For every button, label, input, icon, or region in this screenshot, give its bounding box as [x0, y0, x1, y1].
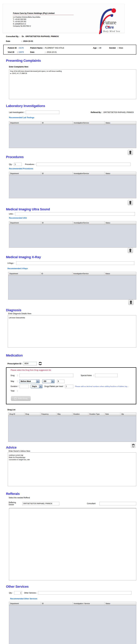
- drug-col-frequency[interactable]: Fequency: [40, 412, 56, 416]
- drug-col-way[interactable]: Way: [56, 412, 72, 416]
- lab-testings-table: Department ID Investigation/Service Stat…: [9, 121, 136, 148]
- lab-table-body[interactable]: [9, 125, 136, 148]
- consult-date-label: Date: [6, 40, 21, 42]
- duration-label: Duration :: [10, 385, 18, 388]
- procedures-heading: Procedures: [6, 155, 24, 159]
- procedures-col-status[interactable]: Status: [104, 172, 136, 175]
- consulted-by-label: Consulted By :: [6, 35, 20, 38]
- other-services-qty-input[interactable]: [14, 591, 22, 594]
- visit-date-value: : 2024-10-01: [45, 51, 57, 53]
- drug-col-note[interactable]: Note: [104, 412, 120, 416]
- recommended-uss-link[interactable]: Recommended USS: [9, 217, 27, 219]
- company-address: Le Chainter,Victoria,Mahe,Seychelles: [13, 16, 74, 18]
- frequency-select[interactable]: OD ▼: [42, 380, 55, 383]
- drug-table-body[interactable]: [8, 416, 136, 442]
- advice-textarea[interactable]: continue current mgt Refer for Phsyiothe…: [8, 452, 136, 486]
- gender-label: Gender :: [109, 47, 118, 49]
- uss-col-status[interactable]: Status: [104, 221, 136, 224]
- referred-by-label: Reffered By :: [91, 111, 102, 114]
- svg-text:Body Mind Soul: Body Mind Soul: [103, 30, 120, 32]
- procedures-delete-button[interactable]: [128, 200, 133, 205]
- special-notes-input[interactable]: [95, 374, 118, 377]
- procedures-table-body[interactable]: [9, 176, 136, 198]
- lab-investigation-input[interactable]: [26, 110, 59, 114]
- recommended-lab-testings-link[interactable]: Recommended Lab Testings: [9, 116, 34, 119]
- lab-col-investigation[interactable]: Investigation/Service: [73, 121, 104, 124]
- way-row: Way : Before Meal ▼ OD ▼: [10, 380, 64, 383]
- diagnosis-textarea[interactable]: Left knee Osteoarthritis: [8, 315, 136, 348]
- procedures-col-investigation[interactable]: Investigation/Service: [73, 172, 104, 175]
- lab-col-id[interactable]: ID: [41, 121, 73, 124]
- gender-value: Male: [119, 47, 123, 49]
- prescription-id-input[interactable]: [24, 362, 37, 365]
- drug-col-duration-type[interactable]: Duration Type: [88, 412, 104, 416]
- age-label: Age :: [93, 47, 98, 49]
- logo-graphic: Future Care Body Mind Soul: [97, 6, 120, 34]
- recommended-procedures-link[interactable]: Recommended Procedures: [9, 168, 33, 170]
- chevron-down-icon: ▼: [39, 385, 42, 388]
- other-col-id[interactable]: ID: [41, 602, 73, 605]
- other-col-status[interactable]: Status: [104, 602, 136, 605]
- xray-field-row: X-Rays :: [8, 262, 134, 265]
- drug-col-id[interactable]: Drug ID: [8, 412, 24, 416]
- uss-col-investigation[interactable]: Investigation/Service: [73, 221, 104, 224]
- lab-delete-button[interactable]: [128, 150, 133, 155]
- per-meal-input[interactable]: [65, 385, 73, 388]
- visit-date-pair: Date : 2024-10-01: [30, 51, 57, 53]
- company-info: Future Care by Future Holdings (Pty) Lim…: [13, 12, 74, 27]
- referring-doctor-input[interactable]: [22, 502, 59, 505]
- chevron-down-icon: ▼: [36, 380, 39, 383]
- consultant-input[interactable]: [100, 502, 136, 505]
- consulted-by-row: Consulted By : Dr. ORITSETSETOS RAPHAEL …: [6, 35, 59, 38]
- uss-input[interactable]: [15, 212, 135, 216]
- drug-list-label: Drug List: [8, 409, 16, 411]
- consultant-label: Consultant: [87, 502, 96, 504]
- uss-delete-button[interactable]: [128, 248, 133, 253]
- duration-type-select[interactable]: Day/s ▼: [31, 384, 42, 388]
- uss-col-id[interactable]: ID: [41, 221, 73, 224]
- ultrasound-heading: Medical Imaging Ultra Sound: [6, 208, 50, 211]
- other-services-input[interactable]: [38, 591, 132, 594]
- procedures-col-department[interactable]: Department: [9, 172, 41, 175]
- uss-col-department[interactable]: Department: [9, 221, 41, 224]
- way-qty-input[interactable]: [57, 380, 64, 383]
- lab-col-status[interactable]: Status: [104, 121, 136, 124]
- refresh-prescription-button[interactable]: [38, 362, 42, 366]
- lab-col-department[interactable]: Department: [9, 121, 41, 124]
- special-notes-label: Special Notes :: [81, 374, 94, 376]
- procedures-col-id[interactable]: ID: [41, 172, 73, 175]
- xray-col-status[interactable]: Status: [104, 272, 136, 276]
- procedures-qty-input[interactable]: [14, 162, 22, 166]
- other-services-table-body[interactable]: [9, 606, 136, 644]
- uss-table-header: Department ID Investigation/Service Stat…: [9, 221, 136, 225]
- drug-label: Drug :: [10, 374, 18, 376]
- xray-input[interactable]: [16, 262, 134, 265]
- recommended-xrays-link[interactable]: Recommended X-Rays: [8, 268, 28, 270]
- duration-input[interactable]: [20, 385, 29, 388]
- add-drug-button[interactable]: + Add Drug: [11, 396, 31, 401]
- company-header-card: Future Care by Future Holdings (Pty) Lim…: [3, 4, 124, 33]
- drug-row: Drug : Special Notes :: [10, 374, 132, 377]
- xray-col-id[interactable]: ID: [40, 272, 72, 276]
- drug-list-delete-button[interactable]: [131, 443, 136, 448]
- recommended-other-services-link[interactable]: Recommended Other Services: [10, 598, 37, 600]
- other-col-department[interactable]: Department: [9, 602, 41, 605]
- xray-col-department[interactable]: Department: [8, 272, 40, 276]
- xray-col-investigation[interactable]: Investigation/Service: [72, 272, 104, 276]
- svg-text:Care: Care: [105, 25, 114, 30]
- trash-outline-icon: [132, 444, 135, 447]
- drug-col-drug[interactable]: Drug: [24, 412, 40, 416]
- xray-table-body[interactable]: [8, 276, 136, 300]
- future-care-logo: Future Care Body Mind Soul: [97, 6, 120, 35]
- referral-list-box[interactable]: [9, 508, 136, 580]
- drug-col-qty[interactable]: Qty: [120, 412, 136, 416]
- uss-table-body[interactable]: [9, 225, 136, 248]
- xray-delete-button[interactable]: [128, 300, 134, 305]
- patient-gender-pair: Gender : Male: [109, 47, 123, 49]
- drug-col-duration[interactable]: Duration: [72, 412, 88, 416]
- complaints-textarea[interactable]: Xray of the left knee showed decreased j…: [9, 69, 136, 99]
- way-select[interactable]: Before Meal ▼: [19, 380, 40, 383]
- procedures-input[interactable]: [36, 162, 130, 166]
- other-col-investigation[interactable]: Investigation / Service: [73, 602, 104, 605]
- drug-input[interactable]: [20, 374, 73, 377]
